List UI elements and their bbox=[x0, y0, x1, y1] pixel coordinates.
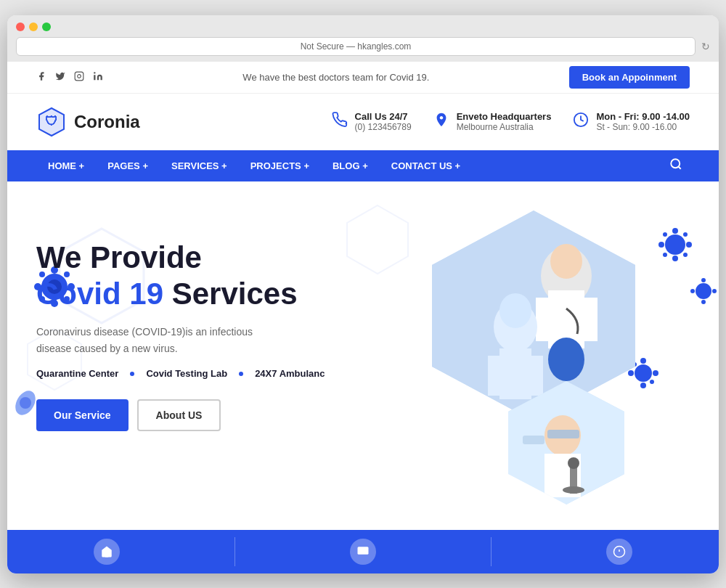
navbar: HOME + PAGES + SERVICES + PROJECTS + BLO… bbox=[7, 150, 719, 181]
book-appointment-button[interactable]: Book an Appoinment bbox=[569, 66, 690, 89]
bottom-divider-1 bbox=[234, 537, 235, 566]
svg-point-75 bbox=[563, 486, 584, 494]
address-city: Melbourne Australia bbox=[457, 122, 552, 132]
hero-description: Coronavirus disease (COVID-19)is an infe… bbox=[36, 324, 283, 356]
weekend-hours: St - Sun: 9.00 -16.00 bbox=[596, 122, 690, 132]
svg-text:🛡: 🛡 bbox=[45, 114, 58, 128]
address-details: Enveto Headquarters Melbourne Australia bbox=[457, 111, 552, 132]
feature-testing: Covid Testing Lab bbox=[146, 368, 227, 379]
top-bar: We have the best doctors team for Covid … bbox=[7, 62, 719, 94]
hero-services-text: Services bbox=[172, 277, 298, 311]
svg-rect-77 bbox=[358, 547, 369, 555]
feature-bullet-2 bbox=[239, 372, 243, 376]
bottom-icon-3 bbox=[606, 539, 632, 565]
hero-content: We Provide Covid 19 Services Coronavirus… bbox=[36, 225, 325, 432]
svg-rect-72 bbox=[547, 430, 579, 438]
svg-rect-60 bbox=[584, 298, 597, 341]
phone-icon bbox=[332, 112, 348, 131]
hours-info: Mon - Fri: 9.00 -14.00 St - Sun: 9.00 -1… bbox=[573, 111, 690, 132]
hero-images bbox=[392, 203, 697, 515]
svg-rect-0 bbox=[75, 72, 83, 81]
close-dot[interactable] bbox=[16, 23, 25, 31]
hero-features: Quarantine Center Covid Testing Lab 24X7… bbox=[36, 368, 325, 379]
address-label: Enveto Headquarters bbox=[457, 111, 552, 122]
svg-point-61 bbox=[548, 338, 584, 381]
hex-small-shape bbox=[501, 377, 632, 508]
linkedin-icon[interactable] bbox=[93, 71, 103, 83]
bottom-item-1 bbox=[94, 539, 120, 565]
address-info: Enveto Headquarters Melbourne Australia bbox=[433, 111, 552, 132]
nav-pages[interactable]: PAGES + bbox=[96, 150, 160, 181]
svg-point-57 bbox=[550, 244, 582, 279]
minimize-dot[interactable] bbox=[29, 23, 38, 31]
svg-point-45 bbox=[712, 289, 717, 293]
svg-point-3 bbox=[94, 72, 95, 73]
logo-text: Coronia bbox=[74, 112, 140, 132]
location-icon bbox=[433, 112, 449, 131]
nav-home[interactable]: HOME + bbox=[36, 150, 96, 181]
about-us-button[interactable]: About US bbox=[137, 399, 221, 431]
svg-point-43 bbox=[701, 300, 706, 304]
svg-point-24 bbox=[20, 397, 31, 409]
svg-rect-2 bbox=[94, 75, 95, 80]
facebook-icon[interactable] bbox=[36, 71, 46, 83]
header-info: Call Us 24/7 (0) 123456789 Enveto Headqu… bbox=[332, 111, 690, 132]
clock-icon bbox=[573, 112, 589, 131]
bottom-icon-1 bbox=[94, 539, 120, 565]
social-icons bbox=[36, 71, 103, 83]
address-bar[interactable]: Not Secure — hkangles.com bbox=[16, 37, 696, 56]
feature-bullet-1 bbox=[130, 372, 134, 376]
svg-point-76 bbox=[568, 457, 579, 469]
nav-items: HOME + PAGES + SERVICES + PROJECTS + BLO… bbox=[36, 150, 472, 181]
bottom-item-3 bbox=[606, 539, 632, 565]
nav-blog[interactable]: BLOG + bbox=[321, 150, 380, 181]
hero-title-line1: We Provide bbox=[36, 240, 325, 276]
hours-details: Mon - Fri: 9.00 -14.00 St - Sun: 9.00 -1… bbox=[596, 111, 690, 132]
hero-buttons: Our Service About US bbox=[36, 399, 325, 431]
nav-projects[interactable]: PROJECTS + bbox=[239, 150, 321, 181]
logo-icon: 🛡 bbox=[36, 107, 67, 137]
svg-rect-59 bbox=[536, 298, 549, 341]
phone-info: Call Us 24/7 (0) 123456789 bbox=[332, 111, 412, 132]
instagram-icon[interactable] bbox=[74, 71, 84, 83]
weekday-hours: Mon - Fri: 9.00 -14.00 bbox=[596, 111, 690, 122]
refresh-button[interactable]: ↻ bbox=[701, 41, 710, 52]
svg-point-8 bbox=[671, 159, 680, 168]
bottom-divider-2 bbox=[491, 537, 492, 566]
bottom-icon-2 bbox=[350, 539, 376, 565]
nav-contact[interactable]: CONTACT US + bbox=[380, 150, 472, 181]
svg-point-42 bbox=[701, 278, 706, 282]
svg-point-41 bbox=[696, 283, 711, 299]
our-service-button[interactable]: Our Service bbox=[36, 399, 129, 431]
bottom-bar-preview bbox=[7, 530, 719, 573]
hero-title-line2: Covid 19 Services bbox=[36, 276, 325, 312]
feature-quarantine: Quarantine Center bbox=[36, 368, 118, 379]
twitter-icon[interactable] bbox=[55, 71, 65, 83]
phone-number: (0) 123456789 bbox=[355, 122, 412, 132]
feature-ambulance: 24X7 Ambulanc bbox=[255, 368, 325, 379]
header: 🛡 Coronia Call Us 24/7 (0) 123456789 bbox=[7, 94, 719, 150]
hero-covid-text: Covid 19 bbox=[36, 277, 163, 311]
bottom-item-2 bbox=[350, 539, 376, 565]
announcement-text: We have the best doctors team for Covid … bbox=[242, 72, 429, 83]
hero-section: We Provide Covid 19 Services Coronavirus… bbox=[7, 181, 719, 530]
phone-details: Call Us 24/7 (0) 123456789 bbox=[355, 111, 412, 132]
call-label: Call Us 24/7 bbox=[355, 111, 412, 122]
maximize-dot[interactable] bbox=[42, 23, 51, 31]
svg-point-63 bbox=[499, 293, 531, 328]
logo[interactable]: 🛡 Coronia bbox=[36, 107, 140, 137]
search-button[interactable] bbox=[662, 150, 690, 181]
nav-services[interactable]: SERVICES + bbox=[160, 150, 239, 181]
svg-rect-71 bbox=[523, 436, 544, 444]
svg-rect-65 bbox=[488, 356, 499, 396]
svg-line-9 bbox=[678, 166, 680, 168]
